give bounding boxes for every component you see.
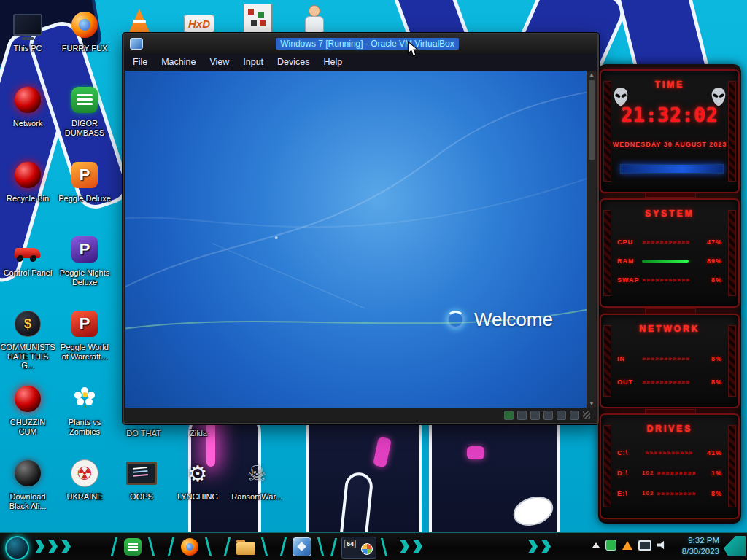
desktop-icon-digor[interactable]: DIGOR DUMBASS bbox=[57, 84, 112, 137]
recycle-orb-icon bbox=[15, 162, 41, 188]
desktop-icon-ransomware[interactable]: ☠ RansomWar... bbox=[229, 457, 285, 502]
desktop-icon-peggle-deluxe[interactable]: P Peggle Deluxe bbox=[57, 159, 112, 203]
taskbar-deco-chevron bbox=[48, 540, 58, 553]
vm-wallpaper-swooshes bbox=[125, 71, 587, 408]
scroll-up-icon[interactable]: ▲ bbox=[589, 71, 595, 79]
taskbar-deco-chevron bbox=[61, 540, 71, 553]
desktop-icon-control-panel[interactable]: Control Panel bbox=[0, 233, 55, 278]
desktop-icon-game[interactable] bbox=[241, 1, 274, 35]
desktop-icon-chuzzin[interactable]: CHUZZIN CUM bbox=[0, 383, 55, 436]
stat-label: C:\ bbox=[617, 449, 642, 456]
welcome-spinner-icon bbox=[446, 311, 465, 329]
start-button[interactable] bbox=[5, 536, 29, 560]
icon-label: CHUZZIN CUM bbox=[0, 418, 55, 436]
time-widget: TIME 21:32:02 WEDNESDAY 30 AUGUST 2023 bbox=[600, 69, 740, 193]
desktop-icon-recycle-bin[interactable]: Recycle Bin bbox=[0, 159, 55, 203]
icon-label: Download Black Ali... bbox=[0, 492, 55, 510]
tray-volume-icon[interactable] bbox=[657, 540, 667, 550]
desktop-icon-peggle-wow[interactable]: P Peggle World of Warcraft... bbox=[57, 308, 112, 361]
status-hdd-icon bbox=[504, 411, 514, 420]
dollar-glyph: $ bbox=[24, 316, 31, 332]
stat-label: RAM bbox=[617, 257, 642, 265]
desktop-icon-furry-fux[interactable]: FURRY FUX bbox=[57, 9, 112, 53]
desktop-icon-oops[interactable]: OOPS bbox=[114, 457, 169, 502]
desktop-icon-peggle-nights[interactable]: P Peggle Nights Deluxe bbox=[57, 233, 112, 287]
mouse-cursor bbox=[406, 41, 420, 57]
ram-row: RAM 89% bbox=[617, 255, 722, 266]
icon-label: This PC bbox=[0, 44, 55, 53]
desktop-icon-this-pc[interactable]: This PC bbox=[0, 9, 55, 53]
icon-label: Control Panel bbox=[0, 268, 55, 278]
menu-bar: File Machine View Input Devices Help bbox=[124, 53, 597, 71]
scrollbar-thumb[interactable] bbox=[589, 80, 595, 160]
taskbar-win7-vm[interactable]: 64 bbox=[341, 537, 376, 559]
desktop-icon-pvz[interactable]: Plants vs Zombies bbox=[57, 383, 112, 436]
desktop-icon-network[interactable]: Network bbox=[0, 84, 55, 128]
taskbar-clock[interactable]: 9:32 PM 8/30/2023 bbox=[682, 535, 719, 557]
tray-expand-icon[interactable] bbox=[592, 542, 600, 548]
icon-label: Recycle Bin bbox=[0, 194, 55, 203]
drive-e-row: E:\ 102 8% bbox=[617, 488, 722, 499]
vm-screen[interactable]: Welcome bbox=[125, 71, 587, 408]
taskbar-virtualbox[interactable] bbox=[292, 537, 312, 557]
menu-file[interactable]: File bbox=[133, 57, 147, 67]
taskbar-explorer[interactable] bbox=[236, 537, 256, 557]
menu-view[interactable]: View bbox=[209, 57, 229, 67]
icon-label: Peggle Nights Deluxe bbox=[57, 268, 112, 287]
show-desktop-fin[interactable] bbox=[724, 536, 746, 556]
desktop-icon-zilda[interactable]: Zilda bbox=[180, 429, 217, 438]
icon-label: Plants vs Zombies bbox=[57, 418, 112, 436]
desktop-icon-lynching[interactable]: ⚙ LYNCHING bbox=[170, 457, 225, 502]
desktop-icon-download-black[interactable]: Download Black Ali... bbox=[0, 457, 55, 510]
person-icon bbox=[304, 5, 323, 33]
firefox-icon bbox=[71, 12, 98, 38]
chat-bubble-icon bbox=[71, 87, 98, 113]
icon-label: Peggle Deluxe bbox=[57, 194, 112, 203]
icon-label: Network bbox=[0, 119, 55, 128]
vm-scrollbar[interactable]: ▲ ▼ bbox=[587, 71, 596, 408]
desktop-icon-communists[interactable]: $ COMMUNISTS HATE THIS G... bbox=[0, 308, 55, 370]
stat-value: 8% bbox=[696, 355, 722, 362]
taskbar-firefox[interactable] bbox=[179, 537, 200, 557]
window-titlebar[interactable]: Windows 7 [Running] - Oracle VM VirtualB… bbox=[124, 34, 597, 54]
menu-help[interactable]: Help bbox=[324, 57, 343, 67]
drive-mid-text: 102 bbox=[642, 490, 654, 497]
taskbar-deco-chevron bbox=[35, 540, 44, 553]
peggle-icon: P bbox=[71, 311, 98, 337]
stat-value: 47% bbox=[696, 238, 722, 246]
tray-network-icon[interactable] bbox=[638, 540, 651, 551]
dark-orb-icon bbox=[15, 460, 41, 486]
desktop-icon-character[interactable] bbox=[297, 2, 330, 36]
menu-machine[interactable]: Machine bbox=[161, 57, 196, 67]
menu-input[interactable]: Input bbox=[243, 57, 263, 67]
skull-glyph: ☠ bbox=[247, 461, 267, 486]
tray-warning-icon[interactable] bbox=[622, 541, 632, 550]
swap-meter bbox=[642, 276, 696, 284]
ram-meter bbox=[642, 260, 696, 262]
status-display-icon bbox=[557, 411, 566, 420]
hxd-glyph: HxD bbox=[184, 15, 214, 33]
clock-time: 9:32 PM bbox=[682, 535, 719, 546]
menu-devices[interactable]: Devices bbox=[277, 57, 309, 67]
chalkboard-icon bbox=[126, 462, 157, 485]
taskbar-deco-chevron bbox=[541, 540, 551, 553]
time-widget-title: TIME bbox=[601, 79, 738, 90]
icon-label: UKRAINE bbox=[57, 492, 112, 502]
net-out-row: OUT 8% bbox=[617, 376, 722, 387]
tray-green-app-icon[interactable] bbox=[605, 540, 616, 551]
clock-display: 21:32:02 bbox=[601, 104, 738, 126]
desktop-icon-ukraine[interactable]: ☢ UKRAINE bbox=[57, 457, 112, 502]
stat-value: 1% bbox=[696, 470, 722, 477]
stat-label: IN bbox=[617, 355, 642, 362]
resize-grip[interactable] bbox=[583, 411, 590, 419]
status-usb-icon bbox=[543, 411, 553, 420]
icon-label: Peggle World of Warcraft... bbox=[57, 343, 112, 361]
icon-label: COMMUNISTS HATE THIS G... bbox=[0, 343, 55, 370]
drive-e-meter: 102 bbox=[642, 490, 696, 497]
network-widget-title: NETWORK bbox=[601, 324, 738, 334]
scroll-down-icon[interactable]: ▼ bbox=[589, 400, 595, 408]
taskbar-chat-app[interactable] bbox=[123, 537, 143, 557]
desktop-icon-do-that[interactable]: DO THAT bbox=[120, 429, 167, 438]
stat-value: 8% bbox=[696, 378, 722, 386]
stat-label: E:\ bbox=[617, 490, 642, 497]
